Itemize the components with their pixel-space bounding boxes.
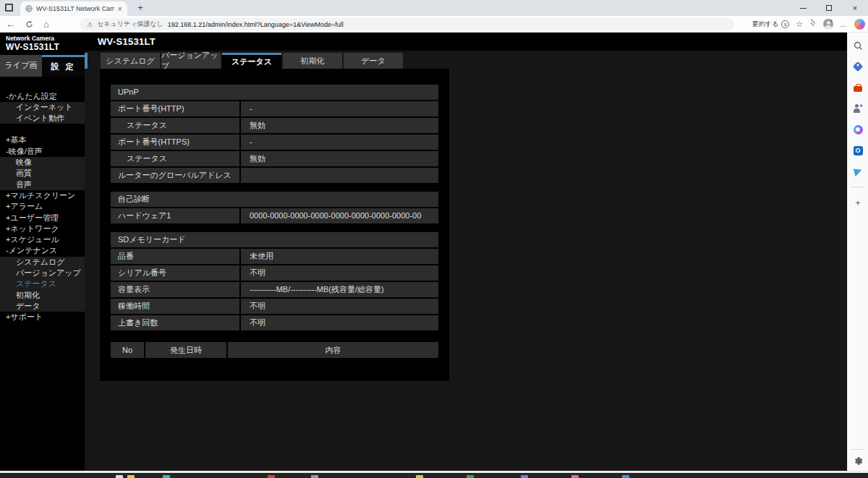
table-row: シリアル番号不明: [111, 265, 438, 281]
sidebar-item-2[interactable]: インターネット: [0, 102, 85, 113]
minimize-button[interactable]: [790, 0, 816, 16]
avatar-notification-badge: [830, 19, 833, 22]
section-3: SDメモリーカード品番未使用シリアル番号不明容量表示----------MB/-…: [111, 232, 438, 330]
row-value: ----------MB/----------MB(残容量/総容量): [241, 282, 438, 297]
sidebar-item-20[interactable]: +サポート: [0, 312, 85, 323]
home-icon[interactable]: ⌂: [43, 19, 49, 30]
add-icon[interactable]: +: [852, 197, 864, 208]
sidebar-item-18[interactable]: 初期化: [0, 290, 85, 301]
people-icon[interactable]: ✦: [852, 103, 864, 114]
not-secure-warning-icon: ⚠: [87, 21, 93, 28]
sidebar-item-17[interactable]: ステータス: [0, 278, 85, 289]
row-value: 不明: [241, 315, 438, 330]
sidebar-item-11[interactable]: +ユーザー管理: [0, 213, 85, 223]
close-button[interactable]: ×: [842, 0, 868, 16]
log-column-header: 内容: [228, 342, 438, 358]
sidebar-item-19[interactable]: データ: [0, 301, 85, 312]
window-frame-icon: [5, 4, 13, 12]
live-button[interactable]: ライブ画: [0, 55, 42, 77]
sidebar-item-3[interactable]: イベント動作: [0, 113, 85, 124]
favorite-star-icon[interactable]: ☆: [796, 20, 803, 29]
row-label: 上書き回数: [111, 315, 239, 330]
row-label: ポート番号(HTTP): [111, 101, 239, 116]
tab-3[interactable]: ステータス: [222, 53, 281, 69]
security-label[interactable]: セキュリティ保護なし: [97, 20, 163, 29]
tab-5[interactable]: データ: [344, 53, 403, 69]
sidebar-item-7[interactable]: 画質: [0, 168, 85, 179]
taskbar-icon-sliver: [521, 475, 528, 478]
shopping-tag-icon[interactable]: [852, 61, 864, 72]
row-value: 無効: [241, 118, 438, 133]
refresh-icon[interactable]: [25, 20, 33, 28]
row-value: [241, 168, 438, 183]
browser-tab[interactable]: WV-S1531LT Network Camera ×: [20, 1, 127, 16]
sidebar-divider: [851, 187, 864, 187]
section-1: UPnPポート番号(HTTP)-ステータス無効ポート番号(HTTPS)-ステータ…: [111, 85, 438, 183]
row-label: ステータス: [111, 151, 239, 166]
sidebar-item-8[interactable]: 音声: [0, 179, 85, 190]
table-row: ルーターのグローバルアドレス: [111, 168, 438, 183]
row-label: シリアル番号: [111, 265, 239, 281]
browser-menu-icon[interactable]: …: [840, 20, 848, 28]
table-row: ポート番号(HTTP)-: [111, 101, 438, 116]
tab-2[interactable]: バージョンアップ: [161, 53, 221, 69]
taskbar-icon-sliver: [116, 475, 123, 478]
camera-sidebar: Network Camera WV-S1531LT ライブ画 設 定 -かんたん…: [0, 33, 85, 471]
summarize-button[interactable]: 要約する a: [752, 20, 789, 29]
window-controls: ×: [790, 0, 868, 16]
row-value: -: [241, 101, 438, 116]
outlook-icon[interactable]: O: [852, 145, 864, 156]
search-icon[interactable]: [852, 40, 864, 51]
copilot-icon[interactable]: [854, 19, 865, 30]
table-row: ポート番号(HTTPS)-: [111, 135, 438, 150]
sidebar-item-9[interactable]: +マルチスクリーン: [0, 190, 85, 201]
sidebar-item-1[interactable]: -かんたん設定: [0, 91, 85, 102]
tab-4[interactable]: 初期化: [283, 53, 342, 69]
taskbar-icon-sliver: [416, 475, 423, 478]
browser-toolbar: ← ⌂ ⚠ セキュリティ保護なし 192.168.1.21/admin/inde…: [0, 16, 868, 33]
row-label: ルーターのグローバルアドレス: [111, 168, 239, 183]
section-header: 自己診断: [111, 192, 438, 207]
taskbar-icon-sliver: [622, 475, 629, 478]
tab-close-icon[interactable]: ×: [118, 5, 122, 13]
restore-button[interactable]: [816, 0, 842, 16]
row-label: 品番: [111, 249, 239, 264]
address-bar[interactable]: ⚠ セキュリティ保護なし 192.168.1.21/admin/index.ht…: [80, 18, 734, 30]
globe-favicon-icon: [25, 5, 33, 12]
toolbar-extra-icon[interactable]: [809, 20, 817, 27]
table-row: 品番未使用: [111, 249, 438, 264]
new-tab-button[interactable]: +: [135, 2, 146, 14]
row-label: ステータス: [111, 118, 239, 133]
camera-logo: Network Camera WV-S1531LT: [0, 33, 85, 53]
browser-tabstrip: WV-S1531LT Network Camera × + ×: [0, 0, 868, 16]
log-column-header: No: [111, 342, 144, 358]
status-panel: UPnPポート番号(HTTP)-ステータス無効ポート番号(HTTPS)-ステータ…: [100, 69, 449, 381]
settings-gear-icon[interactable]: [852, 455, 864, 466]
sidebar-item-14[interactable]: -メンテナンス: [0, 245, 85, 256]
setup-button[interactable]: 設 定: [42, 55, 85, 77]
sidebar-item-4[interactable]: +基本: [0, 135, 85, 145]
sidebar-item-13[interactable]: +スケジュール: [0, 234, 85, 245]
row-value: -: [241, 135, 438, 150]
sidebar-item-15[interactable]: システムログ: [0, 257, 85, 268]
tab-1[interactable]: システムログ: [101, 53, 160, 69]
table-row: ハードウェア10000-0000-0000-0000-0000-0000-000…: [111, 208, 438, 223]
back-icon[interactable]: ←: [6, 19, 15, 30]
profile-avatar[interactable]: [823, 19, 833, 29]
drop-plane-icon[interactable]: [852, 166, 864, 177]
summarize-icon: a: [781, 20, 789, 28]
sidebar-item-10[interactable]: +アラーム: [0, 201, 85, 212]
url-text[interactable]: 192.168.1.21/admin/index.html?Language=1…: [168, 21, 344, 28]
toolbox-icon[interactable]: [852, 82, 864, 93]
camera-main: WV-S1531LT システムログバージョンアップステータス初期化データ UPn…: [85, 33, 847, 471]
sidebar-item-5[interactable]: -映像/音声: [0, 146, 85, 157]
sidebar-item-12[interactable]: +ネットワーク: [0, 223, 85, 234]
row-label: ポート番号(HTTPS): [111, 135, 239, 150]
sidebar-bottom-divider: [851, 449, 864, 450]
row-value: 不明: [241, 299, 438, 314]
sidebar-item-16[interactable]: バージョンアップ: [0, 268, 85, 278]
sidebar-item-6[interactable]: 映像: [0, 157, 85, 168]
taskbar-icon-sliver: [467, 475, 474, 478]
log-column-header: 発生日時: [145, 342, 226, 358]
m365-icon[interactable]: [852, 124, 864, 135]
